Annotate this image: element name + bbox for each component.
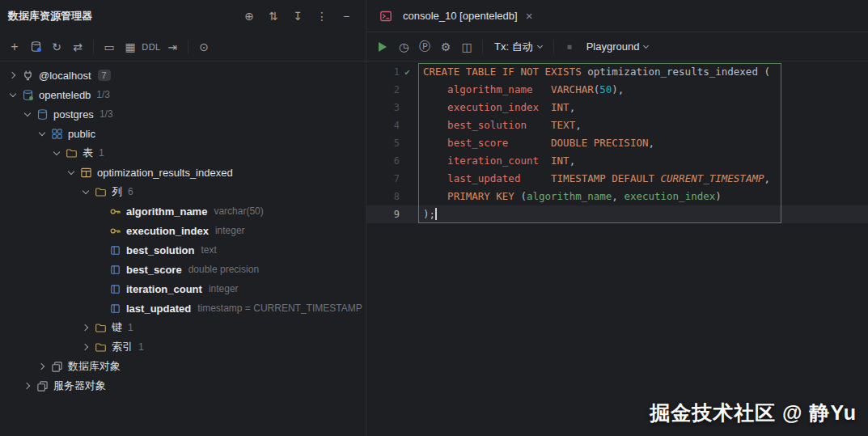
tree-item-label: 表 (83, 146, 93, 160)
gutter-line: 8 (366, 188, 418, 205)
tree-item[interactable]: public (0, 124, 366, 143)
tree-item[interactable]: optimization_results_indexed (0, 163, 366, 182)
chevron-down-icon (537, 42, 543, 48)
sql-editor[interactable]: 1✔23456789 CREATE TABLE IF NOT EXISTS op… (366, 61, 868, 436)
preview-eye-icon[interactable]: ⊙ (194, 37, 214, 57)
tree-item[interactable]: best_solutiontext (0, 240, 366, 260)
settings-gear-icon[interactable]: ⚙ (436, 37, 455, 57)
code-line[interactable]: ); (418, 205, 868, 223)
code-line[interactable]: best_solution TEXT, (418, 116, 868, 134)
line-number: 7 (387, 173, 400, 184)
db-tree[interactable]: @localhost7openteledb1/3postgres1/3publi… (0, 61, 366, 436)
history-icon[interactable]: ◷ (394, 37, 413, 57)
line-number: 4 (387, 120, 400, 131)
tree-item[interactable]: 数据库对象 (0, 357, 366, 376)
column-type: integer (215, 225, 245, 236)
jump-to-ddl-icon[interactable]: ⇥ (163, 37, 182, 57)
playground-dropdown[interactable]: Playground (581, 40, 654, 53)
line-number: 3 (387, 102, 400, 113)
transaction-mode-dropdown[interactable]: Tx: 自动 (489, 40, 548, 54)
tree-item[interactable]: execution_indexinteger (0, 221, 366, 240)
parameters-icon[interactable]: Ⓟ (415, 37, 434, 57)
toolbar-separator (482, 40, 483, 54)
gutter-line: 5 (366, 134, 418, 152)
chevron-icon[interactable] (79, 341, 92, 353)
item-count: 1/3 (96, 89, 110, 100)
tree-item[interactable]: @localhost7 (0, 66, 366, 85)
code-line[interactable]: CREATE TABLE IF NOT EXISTS optimization_… (418, 63, 868, 81)
editor-toolbar: ◷ Ⓟ ⚙ ◫ Tx: 自动 ■ Playground (366, 32, 868, 61)
tree-item[interactable]: 索引1 (0, 337, 366, 357)
table-grid-icon[interactable]: ▦ (121, 37, 140, 57)
gutter-line: 9 (366, 205, 418, 223)
folder-icon (94, 321, 107, 334)
sort-icon[interactable]: ⇅ (264, 6, 283, 26)
collapse-all-icon[interactable]: ↧ (288, 6, 307, 26)
line-number: 6 (387, 155, 400, 167)
close-icon[interactable]: × (526, 10, 533, 22)
ddl-button[interactable]: DDL (142, 37, 161, 57)
stop-button[interactable]: ■ (560, 37, 579, 57)
tree-item[interactable]: 列6 (0, 182, 366, 201)
key-icon (108, 224, 121, 237)
chevron-icon (94, 205, 107, 218)
item-count: 1 (138, 341, 144, 353)
toolbar-separator (188, 40, 188, 54)
table-icon (79, 166, 92, 179)
layout-icon[interactable]: ◫ (457, 37, 476, 57)
process-icon[interactable]: ⊕ (239, 6, 259, 26)
tree-item[interactable]: last_updatedtimestamp = CURRENT_TIMESTAM… (0, 298, 366, 318)
column-type: varchar(50) (214, 205, 263, 217)
open-in-editor-icon[interactable]: ▭ (100, 37, 119, 57)
tree-item[interactable]: iteration_countinteger (0, 279, 366, 298)
gutter-line: 7 (366, 170, 418, 188)
chevron-icon[interactable] (6, 88, 19, 101)
code-lines[interactable]: CREATE TABLE IF NOT EXISTS optimization_… (418, 63, 868, 436)
chevron-icon[interactable] (65, 166, 78, 179)
objects-icon (50, 360, 63, 373)
tree-item[interactable]: 表1 (0, 143, 366, 163)
code-line[interactable]: iteration_count INT, (418, 152, 868, 170)
sync-icon[interactable]: ⇄ (68, 37, 87, 57)
tree-item-label: @localhost (39, 70, 91, 82)
run-button[interactable] (373, 37, 392, 57)
code-line[interactable]: PRIMARY KEY (algorithm_name, execution_i… (418, 188, 868, 205)
tab-console[interactable]: console_10 [openteledb] × (370, 0, 540, 32)
chevron-icon[interactable] (50, 146, 63, 159)
panel-title: 数据库资源管理器 (8, 9, 92, 23)
code-line[interactable]: algorithm_name VARCHAR(50), (418, 81, 868, 99)
chevron-icon[interactable] (6, 69, 19, 82)
tree-item[interactable]: best_scoredouble precision (0, 260, 366, 279)
tree-item[interactable]: postgres1/3 (0, 104, 366, 124)
gutter-line: 3 (366, 99, 418, 116)
hide-panel-icon[interactable]: − (337, 6, 356, 26)
more-options-icon[interactable]: ⋮ (312, 6, 332, 26)
tree-item[interactable]: algorithm_namevarchar(50) (0, 201, 366, 221)
data-source-properties-icon[interactable] (26, 37, 45, 57)
tab-title: console_10 [openteledb] (403, 10, 518, 22)
code-line[interactable]: best_score DOUBLE PRECISION, (418, 134, 868, 152)
item-count: 6 (128, 186, 133, 197)
watermark: 掘金技术社区 @ 静Yu (650, 400, 857, 426)
column-icon (108, 302, 121, 315)
tree-item[interactable]: 服务器对象 (0, 376, 366, 396)
tree-item[interactable]: openteledb1/3 (0, 85, 366, 104)
code-line[interactable]: execution_index INT, (418, 99, 868, 116)
chevron-icon[interactable] (36, 360, 49, 373)
chevron-icon[interactable] (21, 108, 34, 121)
item-count: 1 (128, 322, 133, 333)
editor-gutter[interactable]: 1✔23456789 (366, 63, 418, 436)
gutter-line: 1✔ (366, 63, 418, 81)
chevron-icon[interactable] (36, 127, 49, 140)
tree-item[interactable]: 键1 (0, 318, 366, 337)
gutter-line: 6 (366, 152, 418, 170)
play-icon (379, 42, 387, 52)
transaction-mode-label: Tx: 自动 (494, 40, 533, 54)
chevron-icon (94, 282, 107, 295)
chevron-icon[interactable] (79, 185, 92, 198)
code-line[interactable]: last_updated TIMESTAMP DEFAULT CURRENT_T… (418, 170, 868, 188)
chevron-icon[interactable] (79, 321, 92, 334)
chevron-icon[interactable] (21, 379, 34, 392)
add-data-source-button[interactable]: + (5, 37, 24, 57)
refresh-icon[interactable]: ↻ (47, 37, 66, 57)
